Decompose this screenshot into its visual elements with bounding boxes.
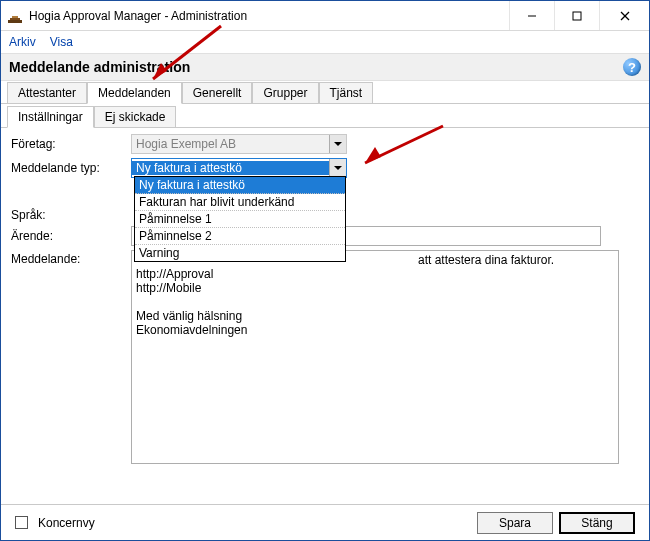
subject-label: Ärende: — [11, 229, 131, 243]
chevron-down-icon — [334, 142, 342, 146]
window-title: Hogia Approval Manager - Administration — [29, 9, 509, 23]
minimize-button[interactable] — [509, 1, 554, 30]
option-varning[interactable]: Varning — [135, 245, 345, 261]
titlebar: Hogia Approval Manager - Administration — [1, 1, 649, 31]
option-underkand[interactable]: Fakturan har blivit underkänd — [135, 194, 345, 211]
company-dropdown-button — [329, 135, 346, 153]
message-type-dropdown-list[interactable]: Ny faktura i attestkö Fakturan har blivi… — [134, 176, 346, 262]
maximize-button[interactable] — [554, 1, 599, 30]
menu-visa[interactable]: Visa — [50, 35, 73, 49]
sub-tabs: Inställningar Ej skickade — [1, 106, 649, 128]
message-label: Meddelande: — [11, 250, 131, 266]
message-textarea[interactable]: xxxxxxxxxxxxxxxxxxxxxxxxxxxxxxxxxxxxxxxx… — [131, 250, 619, 464]
form-area: Företag: Hogia Exempel AB Meddelande typ… — [1, 128, 649, 504]
page-title: Meddelande administration — [9, 59, 190, 75]
message-body-text: http://Approval http://Mobile Med vänlig… — [136, 267, 247, 337]
option-paminnelse-2[interactable]: Påminnelse 2 — [135, 228, 345, 245]
option-ny-faktura[interactable]: Ny faktura i attestkö — [135, 177, 345, 194]
tab-generellt[interactable]: Generellt — [182, 82, 253, 103]
subtab-installningar[interactable]: Inställningar — [7, 106, 94, 128]
window-controls — [509, 1, 649, 30]
company-label: Företag: — [11, 137, 131, 151]
save-button[interactable]: Spara — [477, 512, 553, 534]
company-select: Hogia Exempel AB — [131, 134, 347, 154]
company-value: Hogia Exempel AB — [132, 137, 329, 151]
koncernvy-label: Koncernvy — [38, 516, 95, 530]
menubar: Arkiv Visa — [1, 31, 649, 53]
message-type-select[interactable]: Ny faktura i attestkö — [131, 158, 347, 178]
koncernvy-checkbox[interactable] — [15, 516, 28, 529]
svg-rect-2 — [8, 20, 22, 23]
option-paminnelse-1[interactable]: Påminnelse 1 — [135, 211, 345, 228]
svg-rect-1 — [12, 16, 18, 18]
subtab-ej-skickade[interactable]: Ej skickade — [94, 106, 177, 127]
tab-tjanst[interactable]: Tjänst — [319, 82, 374, 103]
tab-grupper[interactable]: Grupper — [252, 82, 318, 103]
close-dialog-button[interactable]: Stäng — [559, 512, 635, 534]
tab-meddelanden[interactable]: Meddelanden — [87, 82, 182, 104]
app-window: Hogia Approval Manager - Administration … — [0, 0, 650, 541]
close-button[interactable] — [599, 1, 649, 30]
message-type-value: Ny faktura i attestkö — [132, 161, 329, 175]
help-icon[interactable]: ? — [623, 58, 641, 76]
tab-attestanter[interactable]: Attestanter — [7, 82, 87, 103]
app-icon — [7, 8, 23, 24]
message-type-dropdown-button[interactable] — [329, 159, 346, 177]
type-label: Meddelande typ: — [11, 161, 131, 175]
message-tail-text: att attestera dina fakturor. — [418, 253, 554, 267]
main-tabs: Attestanter Meddelanden Generellt Gruppe… — [1, 81, 649, 104]
chevron-down-icon — [334, 166, 342, 170]
svg-rect-4 — [573, 12, 581, 20]
footer: Koncernvy Spara Stäng — [1, 504, 649, 540]
language-label: Språk: — [11, 208, 131, 222]
menu-arkiv[interactable]: Arkiv — [9, 35, 36, 49]
page-header: Meddelande administration ? — [1, 53, 649, 81]
